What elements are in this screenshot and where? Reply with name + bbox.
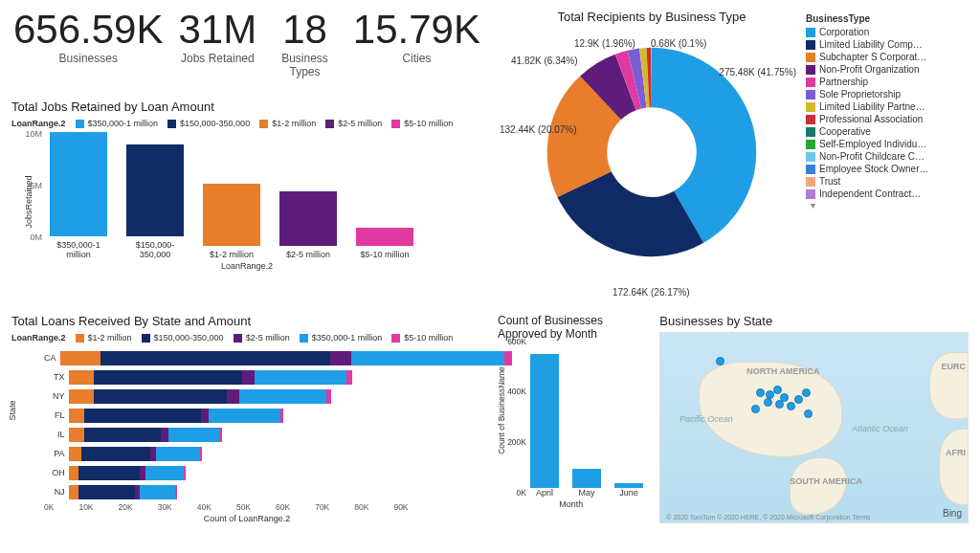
bar[interactable]: $5-10 million (356, 228, 413, 259)
x-axis-label: Month (498, 499, 644, 509)
legend-item[interactable]: Non-Profit Childcare C… (806, 150, 969, 163)
legend-item[interactable]: Professional Association (806, 113, 969, 125)
map-label-sa: SOUTH AMERICA (790, 476, 862, 486)
bar[interactable]: May (572, 469, 601, 498)
bar[interactable]: $150,000-350,000 (126, 144, 184, 259)
donut-chart[interactable]: Total Recipients by Business Type 275.48… (492, 6, 974, 306)
approved-by-month-chart[interactable]: Count of Businesses Approved by Month 0K… (492, 310, 650, 540)
slice-label: 41.82K (6.34%) (511, 55, 578, 66)
map-credits: © 2020 TomTom © 2020 HERE, © 2020 Micros… (666, 514, 870, 520)
legend-item[interactable]: Limited Liability Partne… (806, 100, 969, 113)
bar[interactable]: $350,000-1 million (50, 132, 107, 259)
slice-label: 12.9K (1.96%) (574, 38, 635, 49)
chart-title: Businesses by State (659, 314, 969, 328)
legend-field: LoanRange.2 (11, 119, 66, 128)
legend-item[interactable]: Limited Liability Comp… (806, 38, 969, 51)
bar[interactable]: $2-5 million (279, 191, 337, 259)
kpi-businesses: 656.59K Businesses (13, 10, 163, 88)
map-label-eur: EURC (941, 362, 966, 371)
legend-item[interactable]: Cooperative (806, 125, 969, 138)
x-axis-label: Count of LoanRange.2 (11, 514, 482, 523)
bar-chart-area: 0K 200K 400K 600K AprilMayJune (498, 344, 644, 498)
stacked-bar-row[interactable]: NJ (44, 483, 482, 500)
slice-label: 132.44K (20.07%) (500, 124, 577, 135)
legend-field: LoanRange.2 (11, 333, 66, 343)
bar[interactable]: April (530, 354, 559, 498)
chart-title: Total Loans Received By State and Amount (11, 314, 482, 328)
legend-item[interactable]: Non-Profit Organization (806, 63, 969, 76)
legend-item[interactable]: Partnership (806, 76, 969, 88)
kpi-row: 656.59K Businesses 31M Jobs Retained 18 … (6, 6, 488, 92)
x-axis-ticks: 0K10K20K30K40K50K60K70K80K90K (11, 502, 482, 512)
stacked-bar-row[interactable]: FL (44, 407, 482, 424)
kpi-value: 15.79K (353, 10, 480, 50)
legend-item[interactable]: Sole Proprietorship (806, 88, 969, 100)
kpi-label: Businesses (13, 52, 163, 65)
stacked-bar-row[interactable]: PA (44, 445, 482, 462)
kpi-label: Cities (353, 52, 480, 65)
map-label-na: NORTH AMERICA (746, 366, 819, 376)
y-axis-label: State (8, 400, 17, 420)
chart-title: Total Jobs Retained by Loan Amount (11, 100, 482, 114)
donut-legend: BusinessType CorporationLimited Liabilit… (806, 10, 969, 302)
kpi-cities: 15.79K Cities (353, 10, 480, 88)
stacked-bar-row[interactable]: IL (44, 426, 482, 443)
y-axis-label: Count of BusinessName (497, 366, 506, 454)
stacked-bar-row[interactable]: TX (44, 368, 482, 386)
bar-chart-area: 0M 5M 10M JobsRetained $350,000-1 millio… (11, 135, 482, 259)
bing-logo: Bing (943, 508, 962, 519)
y-axis-label: JobsRetained (24, 175, 33, 228)
legend-item[interactable]: Trust (806, 175, 969, 188)
bar[interactable]: June (614, 483, 643, 498)
bar[interactable]: $1-2 million (203, 184, 260, 259)
loans-by-state-chart[interactable]: Total Loans Received By State and Amount… (6, 310, 488, 540)
legend-item[interactable]: Self-Employed Individu… (806, 138, 969, 150)
stacked-bar-row[interactable]: NY (44, 387, 482, 405)
chart-legend: LoanRange.2 $350,000-1 million$150,000-3… (11, 118, 482, 129)
map-label-af: AFRI (946, 448, 966, 457)
chart-legend: LoanRange.2 $1-2 million$150,000-350,000… (11, 332, 482, 343)
kpi-types: 18 Business Types (272, 10, 338, 88)
kpi-value: 31M (178, 10, 256, 50)
stacked-bar-area: State CATXNYFLILPAOHNJ (11, 349, 482, 500)
kpi-jobs: 31M Jobs Retained (178, 10, 256, 88)
kpi-label: Jobs Retained (178, 52, 256, 65)
map-label-pacific: Pacific Ocean (679, 414, 733, 424)
legend-item[interactable]: Subchapter S Corporat… (806, 51, 969, 63)
map-canvas[interactable]: NORTH AMERICA SOUTH AMERICA EURC AFRI Pa… (659, 332, 969, 523)
kpi-value: 18 (272, 10, 338, 50)
stacked-bar-row[interactable]: CA (44, 349, 482, 366)
businesses-by-state-map[interactable]: Businesses by State NORTH AMERICA SOUTH … (654, 310, 974, 540)
kpi-value: 656.59K (13, 10, 163, 50)
stacked-bar-row[interactable]: OH (44, 464, 482, 481)
legend-item[interactable]: Corporation (806, 26, 969, 38)
jobs-by-loan-chart[interactable]: Total Jobs Retained by Loan Amount LoanR… (6, 96, 488, 306)
x-axis-label: LoanRange.2 (11, 261, 482, 271)
chart-title: Total Recipients by Business Type (498, 10, 806, 24)
legend-item[interactable]: Independent Contract… (806, 188, 969, 200)
slice-label: 172.64K (26.17%) (612, 287, 690, 298)
legend-item[interactable]: Employee Stock Owner… (806, 163, 969, 175)
slice-label: 0.68K (0.1%) (651, 38, 706, 49)
legend-title: BusinessType (806, 13, 969, 24)
map-label-atlantic: Atlantic Ocean (852, 424, 908, 433)
slice-label: 275.48K (41.75%) (719, 67, 796, 77)
kpi-label: Business Types (272, 52, 338, 78)
chevron-down-icon[interactable]: ▾ (806, 200, 821, 210)
